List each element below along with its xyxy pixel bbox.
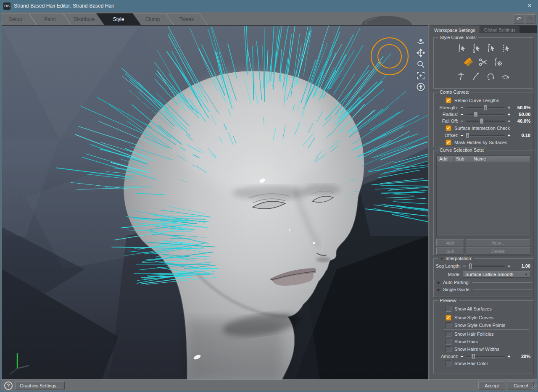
curve-options-tool-button[interactable] <box>493 57 504 68</box>
tab-clump[interactable]: Clump <box>135 13 170 25</box>
close-icon[interactable]: × <box>525 2 535 10</box>
show-hair-follicles-checkbox[interactable]: ✔ <box>446 331 451 337</box>
orbit-icon[interactable] <box>416 37 426 47</box>
show-hair-color-label: Show Hair Color <box>454 361 488 366</box>
tab-setup[interactable]: Setup <box>0 13 33 25</box>
seg-length-increment[interactable]: + <box>507 263 511 268</box>
3d-scene <box>2 26 428 380</box>
tab-distribute[interactable]: Distribute <box>67 13 101 25</box>
undo-button[interactable]: ↶ <box>514 14 524 24</box>
mask-hidden-by-surfaces-checkbox[interactable]: ✔ <box>446 139 451 145</box>
select-curves-tool-button[interactable] <box>456 43 467 54</box>
scale-curve-tool-button[interactable] <box>471 71 482 82</box>
redo-button[interactable]: ↷ <box>525 14 535 24</box>
comb-curves-title: Comb Curves: <box>438 89 471 95</box>
show-hairs-checkbox[interactable]: ✔ <box>446 339 451 345</box>
strength-slider[interactable] <box>466 107 505 108</box>
surface-intersection-check-checkbox[interactable]: ✔ <box>446 125 451 131</box>
zoom-icon[interactable] <box>416 59 426 69</box>
show-style-curves-checkbox[interactable]: ✔ <box>446 315 451 321</box>
falloff-decrement[interactable]: − <box>460 118 464 124</box>
tab-style[interactable]: Style <box>100 13 137 25</box>
frame-icon[interactable] <box>416 71 426 81</box>
show-style-curve-points-label: Show Style Curve Points <box>454 323 505 328</box>
cut-curves-tool-button[interactable] <box>478 57 489 68</box>
selection-sets-table[interactable]: Add Sub Name <box>436 155 530 237</box>
radius-slider[interactable] <box>466 114 505 115</box>
resize-grip[interactable] <box>531 384 537 390</box>
home-icon[interactable] <box>416 82 426 92</box>
sets-delete-button[interactable]: Delete <box>466 247 530 255</box>
preview-group: Preview: ✔ Show All Surfaces ✔ Show Styl… <box>433 300 533 374</box>
amount-decrement[interactable]: − <box>460 354 464 359</box>
footer-bar: ? Graphics Settings... Accept Cancel <box>1 379 537 391</box>
title-bar[interactable]: DS Strand-Based Hair Editor: Strand-Base… <box>0 0 538 12</box>
select-curve-points-tool-button[interactable] <box>485 43 496 54</box>
column-sub: Sub <box>454 156 471 163</box>
falloff-slider[interactable] <box>466 121 505 122</box>
sets-new-button[interactable]: New... <box>466 239 530 246</box>
viewport-canvas[interactable] <box>2 25 428 379</box>
help-button[interactable]: ? <box>4 381 13 390</box>
sets-add-button[interactable]: Add <box>436 239 464 246</box>
seg-length-decrement[interactable]: − <box>463 263 466 268</box>
sets-sub-button[interactable]: Sub <box>436 247 464 255</box>
seg-length-slider[interactable] <box>468 266 505 267</box>
accept-button[interactable]: Accept <box>478 381 505 389</box>
falloff-slider-handle[interactable] <box>480 118 484 124</box>
bend-curve-tool-button[interactable] <box>500 71 511 82</box>
tab-paint[interactable]: Paint <box>33 13 67 25</box>
interpolation-mode-dropdown[interactable]: Surface Lattice Smooth ▼ <box>463 271 530 278</box>
offset-value: 0.10 <box>513 133 530 138</box>
retain-curve-lengths-checkbox[interactable]: ✔ <box>446 97 451 103</box>
radius-decrement[interactable]: − <box>460 112 464 117</box>
show-all-surfaces-label: Show All Surfaces <box>454 306 492 311</box>
show-hair-color-checkbox[interactable]: ✔ <box>446 360 451 366</box>
show-style-curve-points-checkbox[interactable]: ✔ <box>446 322 451 328</box>
tab-tweak[interactable]: Tweak <box>169 13 204 25</box>
offset-label: Offset: <box>434 133 458 138</box>
radius-label: Radius: <box>434 112 458 117</box>
app-icon: DS <box>3 3 11 10</box>
pan-icon[interactable] <box>416 48 426 58</box>
auto-parting-header[interactable]: ▶ Auto Parting: <box>435 279 532 285</box>
seg-length-slider-handle[interactable] <box>468 263 472 269</box>
show-hairs-w-widths-checkbox[interactable]: ✔ <box>446 346 451 352</box>
offset-slider-handle[interactable] <box>465 132 469 139</box>
settings-panel: Workspace Settings Global Settings Style… <box>430 25 537 379</box>
daz-watermark <box>353 13 416 25</box>
radius-slider-handle[interactable] <box>474 111 478 118</box>
cancel-button[interactable]: Cancel <box>508 381 534 389</box>
style-curve-tools-title: Style Curve Tools: <box>438 35 478 40</box>
falloff-increment[interactable]: + <box>507 118 511 124</box>
radius-increment[interactable]: + <box>507 112 511 117</box>
dropdown-arrow-icon: ▼ <box>525 273 528 276</box>
show-all-surfaces-checkbox[interactable]: ✔ <box>446 306 451 312</box>
strength-value: 50.0% <box>513 105 530 110</box>
single-guide-header[interactable]: ▶ Single Guide: <box>435 287 532 292</box>
curve-selection-sets-group: Curve Selection Sets: Add Sub Name Add N… <box>433 150 533 255</box>
select-curve-points-add-tool-button[interactable] <box>500 43 511 54</box>
comb-tool-button[interactable] <box>463 57 474 68</box>
amount-slider-handle[interactable] <box>471 353 475 360</box>
select-curves-add-tool-button[interactable] <box>471 43 482 54</box>
amount-increment[interactable]: + <box>507 354 511 359</box>
rotate-curve-tool-button[interactable] <box>485 71 496 82</box>
amount-slider[interactable] <box>466 356 505 357</box>
strength-decrement[interactable]: − <box>460 105 464 110</box>
offset-increment[interactable]: + <box>507 133 511 138</box>
translate-curve-tool-button[interactable] <box>456 71 467 82</box>
tab-global-settings[interactable]: Global Settings <box>480 26 520 33</box>
interpolation-header[interactable]: ▼ Interpolation: <box>438 256 474 261</box>
comb-curves-group: Comb Curves: ✔ Retain Curve Lengths Stre… <box>433 92 533 147</box>
strength-increment[interactable]: + <box>507 105 511 110</box>
graphics-settings-button[interactable]: Graphics Settings... <box>15 381 65 389</box>
viewport-nav-toolbar <box>416 37 426 92</box>
style-curve-tools-group: Style Curve Tools: <box>433 37 533 89</box>
column-add: Add <box>437 156 454 163</box>
offset-slider[interactable] <box>466 135 505 136</box>
tab-workspace-settings[interactable]: Workspace Settings <box>430 26 480 33</box>
offset-decrement[interactable]: − <box>460 133 464 138</box>
strength-slider-handle[interactable] <box>483 105 488 111</box>
interpolation-title: Interpolation: <box>446 256 472 261</box>
